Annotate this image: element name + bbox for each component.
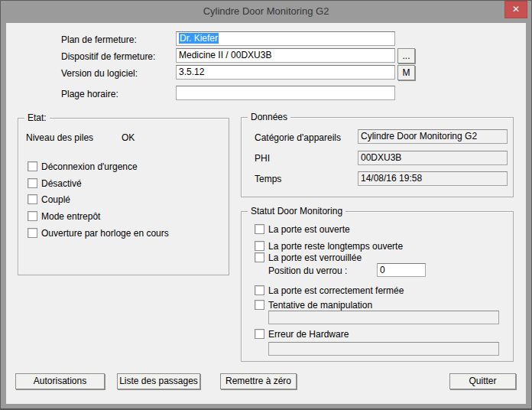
statut-door-monitoring-groupbox: Statut Door Monitoring La porte est ouve… — [241, 211, 514, 362]
version-value: 3.5.12 — [179, 67, 204, 77]
niveau-des-piles-value: OK — [122, 132, 135, 143]
close-button[interactable]: ✕ — [504, 1, 527, 18]
checkbox-couple-label: Couplé — [41, 194, 70, 205]
browse-device-button[interactable]: ... — [397, 48, 415, 63]
checkbox-porte-ouverte-label: La porte est ouverte — [268, 224, 350, 235]
dialog-window: Cylindre Door Monitoring G2 ✕ Plan de fe… — [0, 0, 532, 410]
phi-field: 00DXU3B — [358, 151, 508, 165]
quitter-button[interactable]: Quitter — [449, 373, 516, 389]
temps-field: 14/08/16 19:58 — [358, 171, 508, 186]
tentative-manipulation-field — [268, 311, 499, 324]
erreur-hardware-field — [268, 342, 499, 356]
version-du-logiciel-input[interactable]: 3.5.12 — [176, 65, 395, 80]
checkbox-mode-entrepot-label: Mode entrepôt — [41, 211, 100, 222]
checkbox-tentative-manipulation[interactable] — [255, 300, 264, 310]
donnees-groupbox: Données Catégorie d'appareils Cylindre D… — [241, 117, 514, 197]
checkbox-porte-correctement-fermee-label: La porte est correctement fermée — [268, 285, 404, 296]
checkbox-tentative-manipulation-label: Tentative de manipulation — [268, 300, 372, 311]
categorie-appareils-value: Cylindre Door Monitoring G2 — [361, 131, 477, 142]
niveau-des-piles-label: Niveau des piles — [26, 132, 93, 143]
checkbox-couple[interactable] — [28, 194, 37, 204]
window-title: Cylindre Door Monitoring G2 — [0, 0, 532, 23]
donnees-group-title: Données — [248, 112, 290, 122]
phi-value: 00DXU3B — [361, 152, 401, 163]
checkbox-porte-longtemps-ouverte[interactable] — [255, 241, 264, 251]
dispositif-de-fermeture-input[interactable]: Medicine II / 00DXU3B — [176, 48, 395, 63]
checkbox-deconnexion-urgence[interactable] — [28, 161, 37, 171]
checkbox-desactive[interactable] — [28, 178, 37, 188]
checkbox-erreur-hardware[interactable] — [255, 329, 264, 339]
position-du-verrou-field[interactable]: 0 — [377, 263, 426, 277]
position-du-verrou-value: 0 — [380, 265, 385, 275]
dispositif-value: Medicine II / 00DXU3B — [179, 50, 271, 60]
remettre-a-zero-button[interactable]: Remettre à zéro — [220, 373, 297, 389]
m-button[interactable]: M — [397, 65, 415, 80]
checkbox-desactive-label: Désactivé — [41, 178, 82, 189]
liste-des-passages-button[interactable]: Liste des passages — [117, 373, 200, 389]
checkbox-deconnexion-urgence-label: Déconnexion d'urgence — [41, 161, 138, 172]
dispositif-de-fermeture-label: Dispositif de fermeture: — [61, 51, 155, 62]
checkbox-porte-longtemps-ouverte-label: La porte reste longtemps ouverte — [268, 241, 403, 252]
autorisations-button[interactable]: Autorisations — [15, 373, 105, 389]
position-du-verrou-label: Position du verrou : — [268, 265, 347, 276]
etat-groupbox: Etat: Niveau des piles OK Déconnexion d'… — [18, 118, 229, 275]
plan-de-fermeture-label: Plan de fermeture: — [61, 34, 137, 45]
etat-group-title: Etat: — [24, 112, 50, 123]
plan-de-fermeture-input[interactable]: Dr. Kiefer — [176, 31, 395, 46]
dialog-client-area: Plan de fermeture: Dr. Kiefer Dispositif… — [6, 23, 526, 404]
categorie-appareils-field: Cylindre Door Monitoring G2 — [358, 129, 508, 144]
title-bar[interactable]: Cylindre Door Monitoring G2 ✕ — [0, 0, 532, 23]
checkbox-porte-correctement-fermee[interactable] — [255, 285, 264, 295]
checkbox-erreur-hardware-label: Erreur de Hardware — [268, 329, 349, 340]
checkbox-ouverture-horloge[interactable] — [28, 228, 37, 238]
temps-value: 14/08/16 19:58 — [361, 173, 422, 184]
checkbox-ouverture-horloge-label: Ouverture par horloge en cours — [41, 228, 169, 239]
selected-text: Dr. Kiefer — [179, 33, 219, 44]
plage-horaire-label: Plage horaire: — [61, 89, 118, 99]
statut-group-title: Statut Door Monitoring — [248, 206, 345, 216]
categorie-appareils-label: Catégorie d'appareils — [255, 132, 341, 143]
checkbox-porte-verrouillee-label: La porte est verrouillée — [268, 252, 362, 263]
version-du-logiciel-label: Version du logiciel: — [61, 68, 138, 79]
phi-label: PHI — [255, 153, 270, 164]
checkbox-mode-entrepot[interactable] — [28, 211, 37, 221]
checkbox-porte-ouverte[interactable] — [255, 224, 264, 234]
plage-horaire-input[interactable] — [176, 86, 395, 100]
close-icon: ✕ — [512, 4, 520, 15]
checkbox-porte-verrouillee[interactable] — [255, 252, 264, 262]
temps-label: Temps — [255, 174, 281, 184]
